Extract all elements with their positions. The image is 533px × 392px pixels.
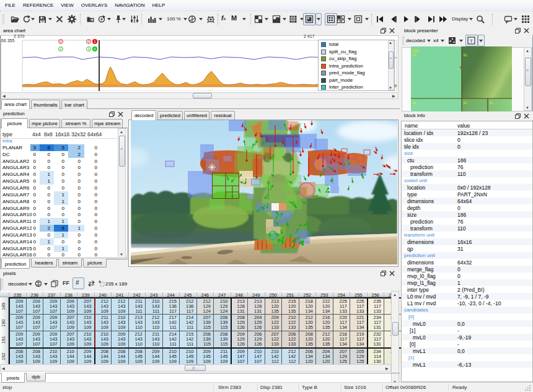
svg-text:31: 31 [412,101,416,105]
svg-text:31: 31 [463,53,467,57]
svg-text:186: 186 [412,49,419,53]
svg-text:31: 31 [463,101,467,105]
svg-text:T: T [470,38,473,44]
svg-text:31: 31 [412,53,416,57]
svg-text:31: 31 [489,101,493,105]
